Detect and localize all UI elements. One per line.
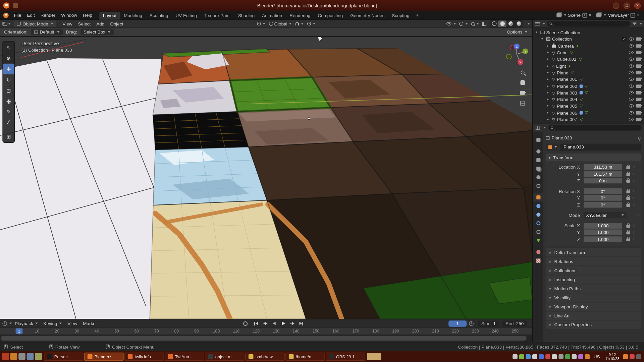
taskbar-app-button[interactable]: Blender* ... <box>84 352 124 360</box>
tool-button[interactable]: ↖ <box>3 42 14 53</box>
disable-in-render-toggle[interactable] <box>636 118 641 121</box>
disclosure-icon[interactable] <box>547 84 550 88</box>
value-field[interactable]: 1.000 <box>584 236 622 242</box>
collapsed-panel-header[interactable]: Delta Transform <box>546 248 641 256</box>
timeline-menu-item[interactable]: Marker <box>80 320 100 327</box>
ortho-toggle-button[interactable] <box>519 100 526 107</box>
animate-dot[interactable] <box>633 166 635 168</box>
collapsed-panel-header[interactable]: Custom Properties <box>546 320 641 328</box>
outliner-row[interactable]: Plane.005 <box>533 103 644 109</box>
taskbar-app-button[interactable]: smb://aw... <box>245 352 285 360</box>
selectability-checkbox[interactable] <box>622 37 626 41</box>
disclosure-icon[interactable] <box>547 78 550 81</box>
disable-in-render-toggle[interactable] <box>636 38 641 41</box>
launcher-icon[interactable] <box>10 353 17 360</box>
hide-in-viewport-toggle[interactable] <box>629 118 634 121</box>
animate-dot[interactable] <box>633 180 635 182</box>
workspace-tab[interactable]: Geometry Nodes <box>346 12 388 19</box>
workspace-tab[interactable]: Modeling <box>120 12 146 19</box>
hide-in-viewport-toggle[interactable] <box>629 91 634 95</box>
scene-tab[interactable] <box>533 173 543 182</box>
play-reverse-button[interactable] <box>271 320 278 327</box>
keyboard-layout-indicator[interactable]: US <box>594 354 600 359</box>
current-frame-field[interactable]: 1 <box>448 320 467 326</box>
properties-search-input[interactable] <box>548 125 642 130</box>
tray-icon[interactable] <box>630 354 635 359</box>
value-field[interactable]: 0° <box>584 188 622 194</box>
shading-wireframe-button[interactable] <box>490 20 498 27</box>
lock-icon[interactable] <box>626 197 630 200</box>
collapsed-panel-header[interactable]: Relations <box>546 257 641 265</box>
outliner-row[interactable]: Collection <box>533 36 644 43</box>
chevron-down-icon[interactable] <box>527 23 530 24</box>
output-tab[interactable] <box>533 156 543 164</box>
lock-icon[interactable] <box>626 180 630 183</box>
hide-in-viewport-toggle[interactable] <box>629 84 634 88</box>
timeline-scrollbar[interactable] <box>1 336 526 341</box>
workspace-tab[interactable]: Compositing <box>314 12 346 19</box>
hide-in-viewport-toggle[interactable] <box>629 38 634 41</box>
constraints-tab[interactable] <box>533 227 543 236</box>
value-field[interactable]: 0° <box>584 202 622 207</box>
snap-toggle[interactable] <box>296 22 304 25</box>
tray-icon[interactable] <box>565 354 570 359</box>
collapsed-panel-header[interactable]: Collections <box>546 266 641 275</box>
options-dropdown[interactable]: Options <box>507 29 528 35</box>
world-tab[interactable] <box>533 181 543 190</box>
disclosure-icon[interactable] <box>547 105 550 108</box>
disclosure-icon[interactable] <box>547 91 550 95</box>
taskbar-app-button[interactable]: TwiAna - ... <box>165 352 204 360</box>
outliner-row[interactable]: Cube <box>533 49 644 56</box>
outliner-search-input[interactable] <box>547 21 631 26</box>
menu-item[interactable]: Render <box>38 12 58 19</box>
outliner-row[interactable]: Cube.001 <box>533 56 644 63</box>
collapsed-panel-header[interactable]: Viewport Display <box>546 302 641 310</box>
value-field[interactable]: 0 m <box>584 178 622 184</box>
lock-icon[interactable] <box>626 204 630 207</box>
add-workspace-button[interactable]: + <box>413 11 422 19</box>
object-tab[interactable] <box>533 193 543 202</box>
outliner-row[interactable]: Plane <box>533 69 644 76</box>
hide-in-viewport-toggle[interactable] <box>629 98 634 101</box>
tool-button[interactable]: ✎ <box>3 106 14 117</box>
editor-type-icon[interactable] <box>2 21 7 25</box>
workspace-tab[interactable]: Texture Paint <box>201 12 234 19</box>
value-field[interactable]: 311.53 m <box>584 164 622 170</box>
timeline-menu-item[interactable]: View <box>65 320 80 327</box>
start-frame-field[interactable]: Start 1 <box>478 320 499 326</box>
disable-in-render-toggle[interactable] <box>636 51 641 54</box>
blender-menu-icon[interactable] <box>3 12 9 18</box>
animate-dot[interactable] <box>633 231 635 233</box>
hide-in-viewport-toggle[interactable] <box>629 64 634 68</box>
disable-in-render-toggle[interactable] <box>636 105 641 108</box>
disclosure-icon[interactable] <box>547 64 550 68</box>
disable-in-render-toggle[interactable] <box>636 98 641 101</box>
disable-in-render-toggle[interactable] <box>636 111 641 114</box>
tool-button[interactable]: ∠ <box>3 117 14 128</box>
outliner-row[interactable]: Camera <box>533 43 644 49</box>
taskbar-app-button[interactable]: Parsec <box>44 352 84 360</box>
disable-in-render-toggle[interactable] <box>636 44 641 48</box>
filter-funnel-icon[interactable] <box>633 22 637 25</box>
viewlayer-selector[interactable]: ViewLayer + ✕ <box>596 13 640 18</box>
disable-in-render-toggle[interactable] <box>636 84 641 88</box>
object-id-selector[interactable] <box>546 143 559 150</box>
disclosure-icon[interactable] <box>547 44 550 48</box>
color-swatch-button[interactable] <box>367 353 381 360</box>
object-visibility-dropdown[interactable] <box>446 22 456 25</box>
disclosure-icon[interactable] <box>547 118 550 121</box>
render-tab[interactable] <box>533 147 543 156</box>
menu-item[interactable]: Window <box>58 12 80 19</box>
outliner-row[interactable]: Light <box>533 63 644 69</box>
workspace-tab[interactable]: Shading <box>234 12 258 19</box>
tool-button[interactable]: ◉ <box>3 96 14 106</box>
animate-dot[interactable] <box>633 190 635 192</box>
navigation-gizmo[interactable]: Z Y X <box>505 42 528 65</box>
viewport-menu-item[interactable]: View <box>60 20 75 27</box>
object-name-field[interactable]: Plane.033 <box>560 143 641 150</box>
lock-icon[interactable] <box>626 173 630 176</box>
lock-icon[interactable] <box>626 166 630 169</box>
modifiers-tab[interactable] <box>533 201 543 210</box>
tray-icon[interactable] <box>513 354 518 359</box>
remove-viewlayer-button[interactable]: ✕ <box>637 13 640 17</box>
